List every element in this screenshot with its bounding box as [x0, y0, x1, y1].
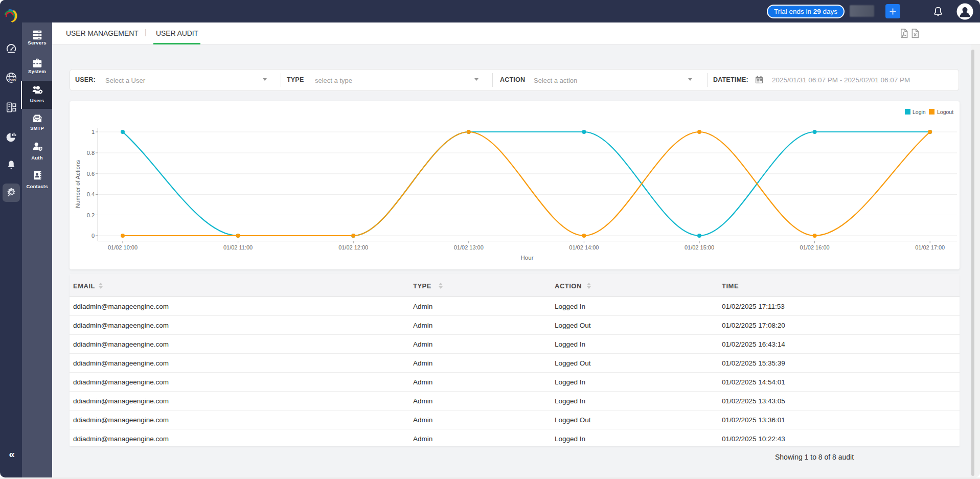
svg-text:0.2: 0.2 — [87, 212, 95, 218]
svg-text:01/02 14:00: 01/02 14:00 — [569, 244, 599, 250]
svg-text:0.8: 0.8 — [87, 150, 95, 156]
svg-text:0.6: 0.6 — [87, 171, 95, 177]
svg-text:DNS: DNS — [9, 79, 16, 82]
svg-text:01/02 12:00: 01/02 12:00 — [338, 244, 368, 250]
svg-text:01/02 17:00: 01/02 17:00 — [915, 244, 945, 250]
svg-text:01/02 11:00: 01/02 11:00 — [223, 244, 253, 250]
svg-text:0: 0 — [92, 233, 95, 239]
svg-text:01/02 13:00: 01/02 13:00 — [454, 244, 484, 250]
svg-text:01/02 16:00: 01/02 16:00 — [800, 244, 830, 250]
svg-text:0.4: 0.4 — [87, 191, 95, 197]
svg-text:01/02 10:00: 01/02 10:00 — [108, 244, 138, 250]
svg-text:Login: Login — [913, 109, 926, 115]
svg-text:01/02 15:00: 01/02 15:00 — [685, 244, 714, 250]
svg-text:Hour: Hour — [521, 255, 534, 261]
svg-text:Logout: Logout — [937, 109, 953, 115]
svg-text:1: 1 — [92, 129, 95, 135]
svg-text:Number of Actions: Number of Actions — [75, 160, 81, 208]
